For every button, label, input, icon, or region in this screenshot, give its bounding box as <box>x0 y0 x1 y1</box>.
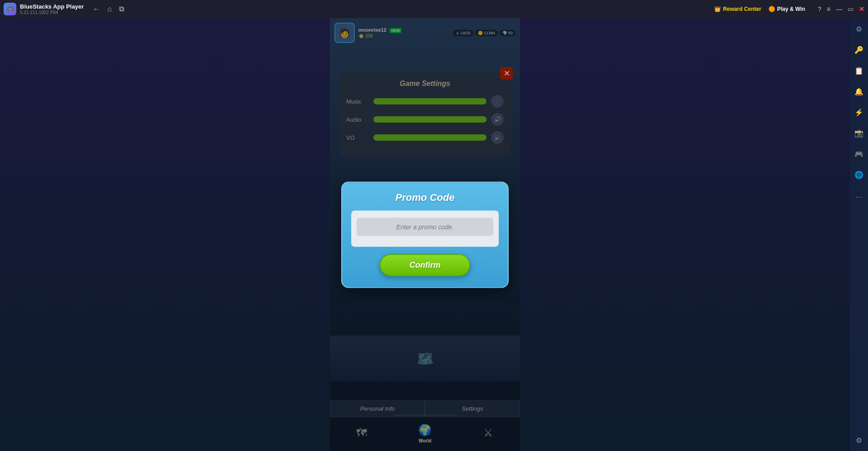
sidebar-icon-key[interactable]: 🔑 <box>853 43 865 56</box>
app-name: BlueStacks App Player <box>20 3 84 10</box>
promo-input-area <box>351 210 499 247</box>
sidebar-icon-camera[interactable]: 📸 <box>853 127 865 139</box>
title-bar: 🎮 BlueStacks App Player 5.21.111.1002 P6… <box>0 0 868 18</box>
right-sidebar: ⚙ 🔑 📋 🔔 ⚡ 📸 🎮 🌐 … ⚙ <box>850 18 868 451</box>
menu-button[interactable]: ≡ <box>827 5 830 13</box>
minimize-button[interactable]: — <box>836 5 842 13</box>
sidebar-icon-more[interactable]: … <box>853 189 865 202</box>
app-info: BlueStacks App Player 5.21.111.1002 P64 <box>20 3 84 15</box>
reward-center[interactable]: 👑 Reward Center <box>714 6 761 12</box>
sidebar-icon-clipboard[interactable]: 📋 <box>853 64 865 77</box>
sidebar-icon-settings[interactable]: ⚙ <box>853 23 865 35</box>
reward-icon: 👑 <box>714 6 721 12</box>
sidebar-icon-lightning[interactable]: ⚡ <box>853 106 865 119</box>
game-area: 🧑 moonrise12 NEW ⭐ 339 ⚔ 19/32 🟡 11384 <box>0 18 850 451</box>
play-win[interactable]: 🟠 Play & Win <box>768 6 805 12</box>
confirm-button[interactable]: Confirm <box>380 254 470 276</box>
sidebar-icon-notification[interactable]: 🔔 <box>853 85 865 98</box>
sidebar-icon-gamepad[interactable]: 🎮 <box>853 147 865 160</box>
promo-dialog-title: Promo Code <box>351 191 499 203</box>
maximize-button[interactable]: ▭ <box>848 5 854 13</box>
help-button[interactable]: ? <box>818 5 821 13</box>
play-win-label: Play & Win <box>777 6 805 12</box>
promo-code-input[interactable] <box>357 218 493 236</box>
game-viewport: 🧑 moonrise12 NEW ⭐ 339 ⚔ 19/32 🟡 11384 <box>330 18 520 451</box>
promo-dialog: Promo Code Confirm <box>341 181 509 288</box>
close-button[interactable]: ✕ <box>859 5 864 13</box>
app-version: 5.21.111.1002 P64 <box>20 10 84 15</box>
sidebar-icon-globe[interactable]: 🌐 <box>853 168 865 181</box>
app-logo: 🎮 <box>4 3 16 15</box>
title-bar-right: 👑 Reward Center 🟠 Play & Win ? ≡ — ▭ ✕ <box>714 5 864 13</box>
reward-label: Reward Center <box>723 6 761 12</box>
sidebar-icon-config[interactable]: ⚙ <box>853 434 865 446</box>
window-controls: ? ≡ — ▭ ✕ <box>818 5 864 13</box>
home-button[interactable]: ⌂ <box>107 5 112 13</box>
back-button[interactable]: ← <box>93 5 100 13</box>
multi-button[interactable]: ⧉ <box>119 5 124 13</box>
nav-buttons: ← ⌂ ⧉ <box>93 5 124 13</box>
play-win-icon: 🟠 <box>768 6 775 12</box>
